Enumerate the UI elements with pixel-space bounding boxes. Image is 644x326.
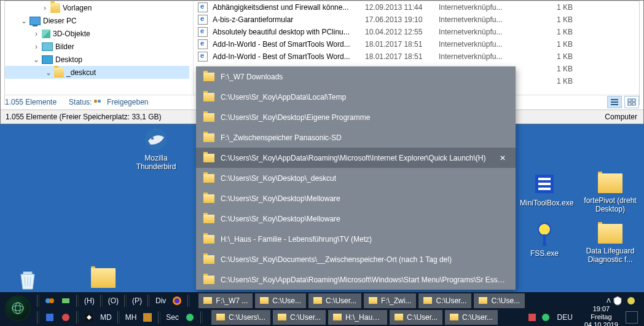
taskbar-folder-button[interactable]: C:\User...	[273, 310, 326, 325]
folder-icon	[203, 235, 214, 244]
taskbar-group-h[interactable]: (H)	[84, 296, 95, 305]
taskbar-folder-button[interactable]: C:\User...	[308, 293, 361, 308]
tray-overflow[interactable]: ᐱ	[607, 297, 611, 304]
svg-rect-1	[611, 101, 618, 103]
taskbar-folder-button[interactable]: C:\User...	[445, 310, 498, 325]
folder-icon	[203, 73, 214, 81]
taskbar-group-div[interactable]: Div	[155, 296, 166, 305]
close-icon[interactable]: ✕	[500, 154, 508, 162]
desktop-folder[interactable]	[79, 268, 128, 290]
tray-icon[interactable]	[141, 311, 154, 324]
jumplist-item[interactable]: H:\_Haus - Familie - Lebensführung\TV (M…	[196, 229, 516, 249]
desktop-icon-minitool[interactable]: MiniToolBox.exe	[520, 171, 569, 207]
tree-item[interactable]: ›Bilder	[5, 40, 189, 53]
jumplist-item[interactable]: C:\Users\Sr_Koy\AppData\Local\Temp	[196, 87, 516, 107]
desktop-icon-datalife[interactable]: Data Lifeguard Diagnostic f...	[581, 221, 640, 264]
jumplist-item[interactable]: C:\Users\Sr_Koy\Desktop\Melloware	[196, 209, 516, 229]
taskbar-folder-button[interactable]: C:\User...	[390, 310, 442, 325]
file-row[interactable]: Absolutely beautiful desktop with PClinu…	[198, 26, 639, 38]
language-indicator[interactable]: DEU	[557, 313, 573, 322]
expand-toggle[interactable]: ⌄	[32, 55, 41, 64]
taskbar-folder-button[interactable]: C:\Use...	[474, 293, 525, 308]
folder-icon	[203, 133, 214, 142]
taskbar-group-sec[interactable]: Sec	[166, 313, 179, 322]
file-size: 1 KB	[536, 28, 579, 36]
file-type: Internetverknüpfu...	[439, 28, 536, 36]
tree-item[interactable]: ⌄Dieser PC	[5, 14, 189, 27]
tray-icon[interactable]	[60, 295, 72, 307]
file-size: 1 KB	[536, 52, 579, 61]
taskbar-folder-button[interactable]: C:\Users\...	[211, 310, 270, 325]
tray-icon[interactable]	[60, 311, 72, 324]
svg-rect-4	[632, 99, 635, 101]
file-row[interactable]: A-bis-z-Garantieformular17.06.2013 19:10…	[198, 14, 639, 26]
jumplist-item[interactable]: F:\_Zwischenspeicher Panasonic-SD	[196, 127, 516, 148]
file-type: Internetverknüpfu...	[439, 40, 536, 49]
jumplist-item[interactable]: C:\Users\Sr_Koy\Documents\__Zwischenspei…	[196, 249, 516, 269]
svg-rect-11	[538, 183, 551, 185]
desktop-icon-fss[interactable]: FSS.exe	[520, 221, 569, 258]
tray-icon[interactable]	[83, 311, 95, 324]
security-icon[interactable]	[613, 296, 622, 306]
desktop-icon-fortepivot[interactable]: fortePivot (dreht Desktop)	[581, 171, 640, 213]
jumplist-item[interactable]: C:\Users\Sr_Koy\Desktop\Eigene Programme	[196, 107, 516, 127]
folder-jumplist[interactable]: F:\_W7 DownloadsC:\Users\Sr_Koy\AppData\…	[196, 66, 516, 290]
taskbar-folder-button[interactable]: F:\_W7 ...	[198, 293, 253, 308]
tray-app-icon[interactable]	[527, 312, 537, 322]
tray-icon[interactable]	[44, 295, 56, 307]
jumplist-item[interactable]: F:\_W7 Downloads	[196, 66, 516, 87]
expand-toggle[interactable]: ⌄	[44, 68, 53, 77]
taskbar-clock[interactable]: 19:07 Freitag 04.10.2019	[584, 305, 618, 326]
folder-icon	[313, 297, 322, 304]
taskbar-group-o[interactable]: (O)	[108, 296, 119, 305]
tree-item[interactable]: ›3D-Objekte	[5, 27, 189, 40]
file-name: A-bis-z-Garantieformular	[213, 15, 365, 24]
svg-rect-31	[528, 314, 536, 321]
tray-icon[interactable]	[44, 311, 56, 324]
firefox-icon[interactable]	[171, 295, 183, 307]
taskbar-group-p[interactable]: (P)	[132, 296, 142, 305]
tree-item[interactable]: ⌄_deskcut	[5, 66, 189, 79]
view-icons-button[interactable]	[624, 96, 639, 108]
taskbar-folder-button[interactable]: F:\_Zwi...	[364, 293, 416, 308]
svg-rect-6	[632, 103, 635, 105]
jumplist-item[interactable]: C:\Users\Sr_Koy\AppData\Roaming\Microsof…	[196, 269, 516, 290]
taskbar-folder-button[interactable]: H:\_Haus ...	[328, 310, 387, 325]
jumplist-item[interactable]: C:\Users\Sr_Koy\Desktop\_deskcut	[196, 168, 516, 188]
tree-label: Desktop	[55, 55, 82, 64]
folder-icon	[203, 174, 214, 183]
expand-toggle[interactable]: ⌄	[20, 17, 28, 25]
tree-item[interactable]: ›Vorlagen	[5, 1, 189, 14]
folder-icon	[450, 314, 458, 320]
jumplist-item[interactable]: C:\Users\Sr_Koy\AppData\Roaming\Microsof…	[196, 148, 516, 168]
folder-icon	[216, 314, 225, 320]
svg-rect-10	[538, 178, 551, 180]
notifications-button[interactable]	[626, 311, 638, 324]
tree-divider[interactable]	[193, 1, 194, 105]
taskbar-group-md[interactable]: MD	[100, 313, 112, 322]
file-date: 17.06.2013 19:10	[365, 15, 439, 24]
svg-point-21	[49, 298, 54, 303]
taskbar-folder-button[interactable]: C:\Use...	[255, 293, 306, 308]
jumplist-item[interactable]: C:\Users\Sr_Koy\Desktop\Melloware	[196, 188, 516, 209]
file-row[interactable]: Add-In-World - Best of SmartTools Word..…	[198, 38, 639, 50]
tray-app-icon[interactable]	[626, 296, 636, 306]
tray-icon[interactable]	[184, 311, 196, 324]
file-row[interactable]: Add-In-World - Best of SmartTools Word..…	[198, 50, 639, 63]
view-details-button[interactable]	[607, 96, 622, 108]
folder-icon	[203, 194, 214, 203]
folder-tree[interactable]: ›Vorlagen⌄Dieser PC›3D-Objekte›Bilder⌄De…	[5, 1, 189, 105]
taskbar-folder-button[interactable]: C:\User...	[418, 293, 471, 308]
file-row[interactable]: Abhängigkeitsdienst und Firewall könne..…	[198, 1, 639, 14]
tray-app-icon[interactable]	[541, 312, 551, 322]
recycle-bin[interactable]	[16, 268, 39, 292]
minitool-icon	[532, 171, 557, 197]
desktop-icon-thunderbird[interactable]: Mozilla Thunderbird	[132, 126, 181, 171]
tree-item[interactable]: ⌄Desktop	[5, 53, 189, 66]
taskbar-group-mh[interactable]: MH	[125, 313, 137, 322]
expand-toggle[interactable]: ›	[41, 4, 49, 12]
expand-toggle[interactable]: ›	[32, 42, 41, 51]
expand-toggle[interactable]: ›	[32, 30, 41, 38]
start-button[interactable]	[5, 295, 31, 321]
folder-icon	[479, 297, 487, 304]
